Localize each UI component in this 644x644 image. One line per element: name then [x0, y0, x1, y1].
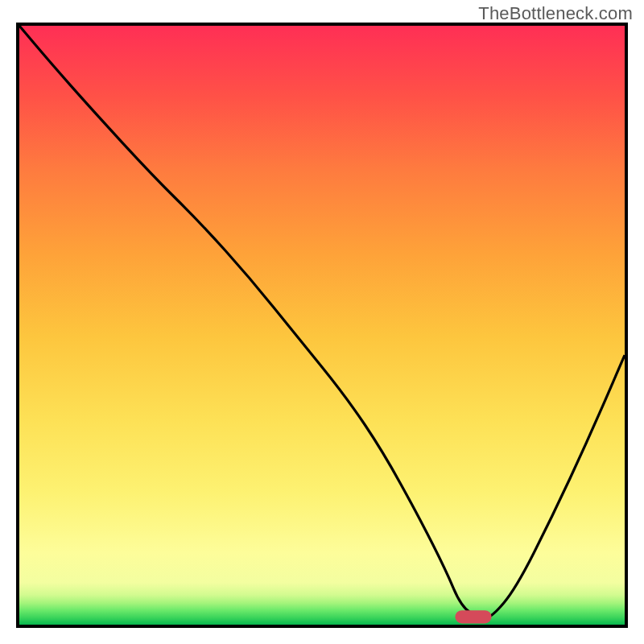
curve-layer — [19, 26, 625, 625]
optimal-range-pill — [455, 610, 491, 623]
bottleneck-curve — [19, 26, 625, 618]
bottleneck-chart: TheBottleneck.com — [0, 0, 644, 644]
watermark-label: TheBottleneck.com — [478, 3, 633, 24]
plot-area — [16, 23, 628, 628]
